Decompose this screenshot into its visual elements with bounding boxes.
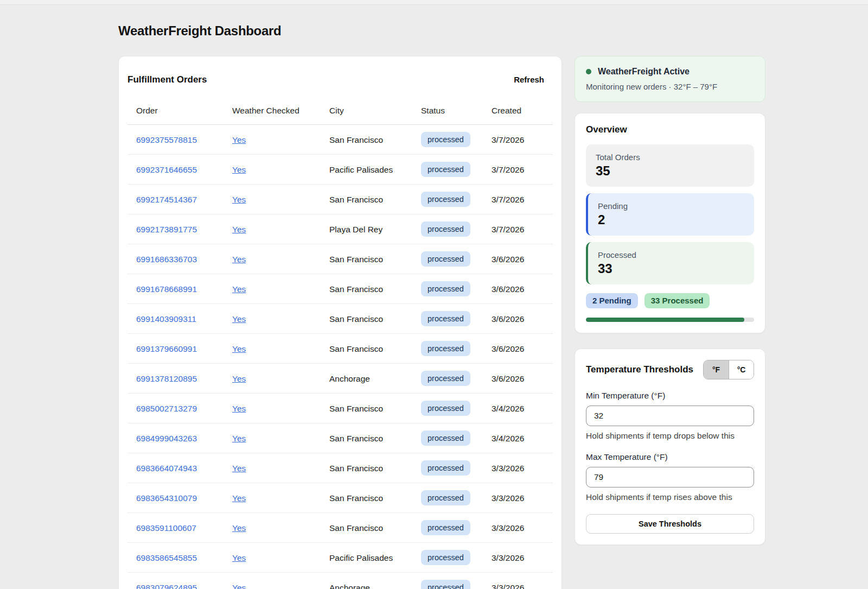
table-row: 6991378120895YesAnchorageprocessed3/6/20… — [127, 364, 553, 394]
column-header: City — [321, 106, 412, 125]
fulfillment-orders-card: Fulfillment Orders Refresh OrderWeather … — [118, 56, 562, 589]
order-link[interactable]: 6991379660991 — [136, 344, 197, 353]
stat-value: 2 — [598, 212, 744, 227]
created-cell: 3/3/2026 — [483, 453, 553, 483]
weather-checked-link[interactable]: Yes — [232, 255, 246, 264]
weather-checked-link[interactable]: Yes — [232, 523, 246, 533]
created-cell: 3/6/2026 — [483, 274, 553, 304]
city-cell: Anchorage — [321, 364, 412, 394]
status-badge: processed — [421, 311, 470, 326]
table-row: 6992371646655YesPacific Palisadesprocess… — [127, 155, 553, 185]
order-link[interactable]: 6991678668991 — [136, 284, 197, 294]
status-subtitle: Monitoring new orders · 32°F – 79°F — [586, 82, 754, 91]
city-cell: Pacific Palisades — [321, 155, 412, 185]
table-row: 6991379660991YesSan Franciscoprocessed3/… — [127, 334, 553, 364]
overview-panel: Overview Total Orders35Pending2Processed… — [575, 113, 765, 333]
overview-stats: Total Orders35Pending2Processed33 — [586, 144, 754, 284]
city-cell: Pacific Palisades — [321, 543, 412, 573]
order-link[interactable]: 6983586545855 — [136, 553, 197, 562]
stat-label: Processed — [598, 250, 744, 259]
table-row: 6983654310079YesSan Franciscoprocessed3/… — [127, 483, 553, 513]
refresh-button[interactable]: Refresh — [505, 71, 553, 88]
min-temperature-hint: Hold shipments if temp drops below this — [586, 431, 754, 441]
weather-checked-link[interactable]: Yes — [232, 553, 246, 562]
city-cell: San Francisco — [321, 244, 412, 274]
order-link[interactable]: 6991403909311 — [136, 314, 196, 324]
order-link[interactable]: 6983079624895 — [136, 583, 197, 589]
table-row: 6983079624895YesAnchorageprocessed3/3/20… — [127, 573, 553, 589]
created-cell: 3/4/2026 — [483, 423, 553, 453]
weather-checked-link[interactable]: Yes — [232, 314, 246, 324]
max-temperature-input[interactable] — [586, 467, 754, 487]
status-badge: processed — [421, 430, 470, 446]
status-badge: processed — [421, 341, 470, 356]
active-status-dot-icon — [586, 69, 591, 74]
table-row: 6983591100607YesSan Franciscoprocessed3/… — [127, 513, 553, 543]
status-badge: processed — [421, 550, 470, 565]
status-badge: processed — [421, 490, 470, 505]
order-link[interactable]: 6983664074943 — [136, 464, 197, 473]
column-header: Order — [127, 106, 224, 125]
weather-checked-link[interactable]: Yes — [232, 225, 246, 234]
order-link[interactable]: 6992371646655 — [136, 165, 197, 174]
min-temperature-input[interactable] — [586, 406, 754, 426]
created-cell: 3/3/2026 — [483, 513, 553, 543]
order-link[interactable]: 6992174514367 — [136, 195, 197, 204]
weather-checked-link[interactable]: Yes — [232, 464, 246, 473]
page: WeatherFreight Dashboard Fulfillment Ord… — [0, 23, 868, 589]
weather-checked-link[interactable]: Yes — [232, 284, 246, 294]
order-link[interactable]: 6992375578815 — [136, 135, 197, 144]
order-link[interactable]: 6985002713279 — [136, 404, 197, 413]
processed-progress-bar — [586, 318, 754, 322]
city-cell: San Francisco — [321, 513, 412, 543]
min-temperature-label: Min Temperature (°F) — [586, 391, 754, 401]
table-row: 6985002713279YesSan Franciscoprocessed3/… — [127, 394, 553, 423]
city-cell: San Francisco — [321, 483, 412, 513]
order-link[interactable]: 6983591100607 — [136, 523, 196, 533]
status-title: WeatherFreight Active — [598, 67, 690, 77]
stat-pending: Pending2 — [586, 193, 754, 236]
status-badge: processed — [421, 132, 470, 147]
table-row: 6991678668991YesSan Franciscoprocessed3/… — [127, 274, 553, 304]
pending-count-pill: 2 Pending — [586, 293, 638, 308]
order-link[interactable]: 6983654310079 — [136, 493, 197, 503]
unit-option-celsius[interactable]: °C — [729, 360, 754, 379]
top-bar — [0, 0, 868, 5]
service-status-card: WeatherFreight Active Monitoring new ord… — [575, 56, 765, 102]
order-link[interactable]: 6991686336703 — [136, 255, 197, 264]
city-cell: San Francisco — [321, 334, 412, 364]
status-badge: processed — [421, 281, 470, 296]
stat-value: 35 — [596, 163, 744, 179]
max-temperature-hint: Hold shipments if temp rises above this — [586, 492, 754, 502]
weather-checked-link[interactable]: Yes — [232, 135, 246, 144]
unit-option-fahrenheit[interactable]: °F — [704, 360, 729, 379]
table-row: 6991686336703YesSan Franciscoprocessed3/… — [127, 244, 553, 274]
city-cell: Playa Del Rey — [321, 214, 412, 244]
save-thresholds-button[interactable]: Save Thresholds — [586, 514, 754, 534]
created-cell: 3/3/2026 — [483, 573, 553, 589]
processed-count-pill: 33 Processed — [644, 293, 710, 308]
city-cell: Anchorage — [321, 573, 412, 589]
city-cell: San Francisco — [321, 304, 412, 334]
order-link[interactable]: 6992173891775 — [136, 225, 197, 234]
weather-checked-link[interactable]: Yes — [232, 344, 246, 353]
column-header: Created — [483, 106, 553, 125]
created-cell: 3/3/2026 — [483, 543, 553, 573]
overview-title: Overview — [586, 124, 754, 135]
city-cell: San Francisco — [321, 185, 412, 214]
weather-checked-link[interactable]: Yes — [232, 195, 246, 204]
weather-checked-link[interactable]: Yes — [232, 404, 246, 413]
created-cell: 3/4/2026 — [483, 394, 553, 423]
weather-checked-link[interactable]: Yes — [232, 583, 246, 589]
order-link[interactable]: 6991378120895 — [136, 374, 197, 383]
weather-checked-link[interactable]: Yes — [232, 493, 246, 503]
weather-checked-link[interactable]: Yes — [232, 165, 246, 174]
created-cell: 3/7/2026 — [483, 125, 553, 155]
table-row: 6991403909311YesSan Franciscoprocessed3/… — [127, 304, 553, 334]
table-row: 6992174514367YesSan Franciscoprocessed3/… — [127, 185, 553, 214]
created-cell: 3/6/2026 — [483, 364, 553, 394]
status-badge: processed — [421, 251, 470, 267]
weather-checked-link[interactable]: Yes — [232, 374, 246, 383]
weather-checked-link[interactable]: Yes — [232, 434, 246, 443]
order-link[interactable]: 6984999043263 — [136, 434, 197, 443]
